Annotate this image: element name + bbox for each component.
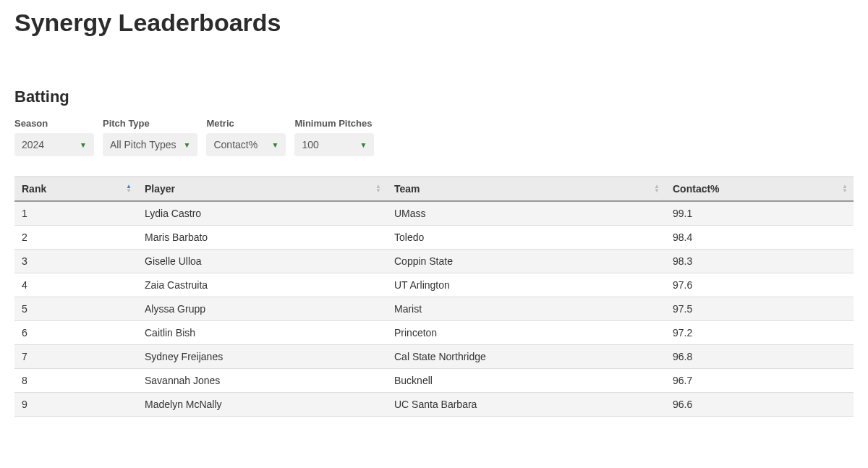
caret-down-icon: ▼ — [184, 141, 191, 149]
col-header-team[interactable]: Team ▲▼ — [387, 177, 665, 202]
filter-label: Pitch Type — [103, 118, 197, 129]
table-row: 3Giselle UlloaCoppin State98.3 — [14, 250, 854, 273]
cell-player: Savannah Jones — [137, 369, 387, 393]
cell-metric: 99.1 — [665, 201, 854, 226]
col-header-label: Player — [145, 183, 175, 195]
cell-team: Bucknell — [387, 369, 665, 393]
cell-rank: 5 — [14, 297, 137, 321]
col-header-label: Rank — [22, 183, 46, 195]
cell-metric: 96.8 — [665, 345, 854, 369]
filter-metric: Metric Contact% ▼ — [206, 118, 286, 156]
page-title: Synergy Leaderboards — [14, 9, 854, 37]
pitch-type-select[interactable]: All Pitch Types ▼ — [103, 133, 197, 156]
col-header-label: Team — [394, 183, 420, 195]
cell-team: Princeton — [387, 321, 665, 345]
filter-bar: Season 2024 ▼ Pitch Type All Pitch Types… — [14, 118, 854, 156]
cell-team: UC Santa Barbara — [387, 393, 665, 417]
min-pitches-select[interactable]: 100 ▼ — [294, 133, 374, 156]
filter-label: Minimum Pitches — [294, 118, 374, 129]
leaderboard-table: Rank ▲▼ Player ▲▼ Team ▲▼ Contact% ▲▼ 1L… — [14, 176, 854, 417]
col-header-label: Contact% — [673, 183, 720, 195]
table-row: 6Caitlin BishPrinceton97.2 — [14, 321, 854, 345]
metric-select[interactable]: Contact% ▼ — [206, 133, 286, 156]
caret-down-icon: ▼ — [80, 141, 87, 149]
season-select[interactable]: 2024 ▼ — [14, 133, 94, 156]
sort-icon: ▲▼ — [842, 184, 848, 193]
cell-metric: 98.4 — [665, 226, 854, 250]
cell-player: Sydney Freijanes — [137, 345, 387, 369]
cell-rank: 3 — [14, 250, 137, 273]
cell-metric: 96.6 — [665, 393, 854, 417]
select-value: 2024 — [22, 139, 44, 150]
cell-player: Alyssa Grupp — [137, 297, 387, 321]
select-value: Contact% — [213, 139, 258, 150]
table-row: 8Savannah JonesBucknell96.7 — [14, 369, 854, 393]
cell-player: Caitlin Bish — [137, 321, 387, 345]
cell-player: Madelyn McNally — [137, 393, 387, 417]
table-row: 4Zaia CastruitaUT Arlington97.6 — [14, 273, 854, 297]
cell-metric: 97.2 — [665, 321, 854, 345]
cell-rank: 2 — [14, 226, 137, 250]
caret-down-icon: ▼ — [360, 141, 367, 149]
cell-player: Lydia Castro — [137, 201, 387, 226]
table-row: 2Maris BarbatoToledo98.4 — [14, 226, 854, 250]
cell-metric: 97.6 — [665, 273, 854, 297]
select-value: All Pitch Types — [110, 139, 176, 150]
table-row: 5Alyssa GruppMarist97.5 — [14, 297, 854, 321]
col-header-player[interactable]: Player ▲▼ — [137, 177, 387, 202]
cell-team: Toledo — [387, 226, 665, 250]
cell-team: Cal State Northridge — [387, 345, 665, 369]
sort-icon: ▲▼ — [375, 184, 381, 193]
select-value: 100 — [302, 139, 318, 150]
cell-rank: 7 — [14, 345, 137, 369]
table-row: 7Sydney FreijanesCal State Northridge96.… — [14, 345, 854, 369]
col-header-rank[interactable]: Rank ▲▼ — [14, 177, 137, 202]
filter-label: Season — [14, 118, 94, 129]
cell-rank: 1 — [14, 201, 137, 226]
filter-pitch-type: Pitch Type All Pitch Types ▼ — [103, 118, 197, 156]
table-row: 9Madelyn McNallyUC Santa Barbara96.6 — [14, 393, 854, 417]
cell-team: UT Arlington — [387, 273, 665, 297]
sort-icon: ▲▼ — [126, 184, 132, 193]
cell-team: UMass — [387, 201, 665, 226]
cell-player: Maris Barbato — [137, 226, 387, 250]
cell-metric: 98.3 — [665, 250, 854, 273]
sort-icon: ▲▼ — [654, 184, 660, 193]
cell-team: Coppin State — [387, 250, 665, 273]
cell-rank: 6 — [14, 321, 137, 345]
cell-player: Zaia Castruita — [137, 273, 387, 297]
table-header-row: Rank ▲▼ Player ▲▼ Team ▲▼ Contact% ▲▼ — [14, 177, 854, 202]
cell-team: Marist — [387, 297, 665, 321]
table-row: 1Lydia CastroUMass99.1 — [14, 201, 854, 226]
cell-player: Giselle Ulloa — [137, 250, 387, 273]
caret-down-icon: ▼ — [272, 141, 279, 149]
cell-rank: 4 — [14, 273, 137, 297]
section-title: Batting — [14, 88, 854, 106]
filter-season: Season 2024 ▼ — [14, 118, 94, 156]
filter-min-pitches: Minimum Pitches 100 ▼ — [294, 118, 374, 156]
cell-rank: 8 — [14, 369, 137, 393]
cell-rank: 9 — [14, 393, 137, 417]
filter-label: Metric — [206, 118, 286, 129]
cell-metric: 97.5 — [665, 297, 854, 321]
col-header-metric[interactable]: Contact% ▲▼ — [665, 177, 854, 202]
cell-metric: 96.7 — [665, 369, 854, 393]
